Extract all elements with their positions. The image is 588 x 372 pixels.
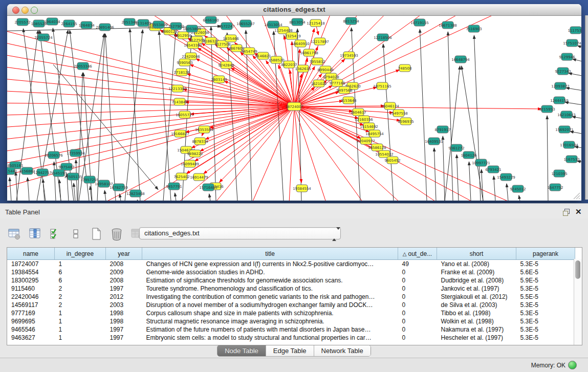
citation-edge-black[interactable] xyxy=(79,34,104,201)
selected-node[interactable]: 9777169 xyxy=(329,79,345,86)
row-options-icon[interactable] xyxy=(69,227,83,240)
table-cell[interactable]: 22420046 xyxy=(7,293,55,301)
network-node[interactable]: 9361272 xyxy=(448,144,464,151)
citation-edge-red[interactable] xyxy=(294,87,377,106)
select-columns-icon[interactable] xyxy=(28,227,42,240)
network-node[interactable]: 7516903 xyxy=(466,25,482,32)
table-row[interactable]: 1872400712008Changes of HCN gene express… xyxy=(7,260,575,269)
citation-edge-black[interactable] xyxy=(420,29,427,201)
table-cell[interactable]: 1 xyxy=(55,334,106,342)
table-cell[interactable]: Genome-wide association studies in ADHD. xyxy=(142,268,398,276)
table-cell[interactable]: 0 xyxy=(398,334,437,342)
network-node[interactable]: 6466160 xyxy=(203,16,219,24)
network-node[interactable]: 1964034 xyxy=(44,18,60,25)
table-cell[interactable]: 5.3E-5 xyxy=(516,285,575,293)
column-header-short[interactable]: short xyxy=(437,248,516,260)
table-settings-icon[interactable] xyxy=(7,227,21,240)
network-node[interactable]: 1131409 xyxy=(135,19,151,27)
table-row[interactable]: 969969511998Structural magnetic resonanc… xyxy=(7,317,575,325)
table-vertical-scrollbar[interactable] xyxy=(574,259,582,345)
table-cell[interactable]: 9699695 xyxy=(7,317,55,325)
table-cell[interactable]: 1997 xyxy=(106,285,142,293)
citation-edge-black[interactable] xyxy=(53,64,158,190)
table-cell[interactable]: 5.3E-5 xyxy=(516,317,575,325)
table-cell[interactable]: 6 xyxy=(55,276,106,285)
citation-edge-black[interactable] xyxy=(507,184,508,201)
network-canvas[interactable]: 7463822886012889129542222605891275051654… xyxy=(7,16,581,201)
column-header-out_de[interactable]: △out_de... xyxy=(398,248,437,260)
citation-edge-black[interactable] xyxy=(474,35,481,201)
citation-edge-black[interactable] xyxy=(125,30,143,201)
window-titlebar[interactable]: citations_edges.txt xyxy=(7,4,581,16)
citation-edge-black[interactable] xyxy=(120,194,121,201)
selected-node[interactable]: 9497568 xyxy=(336,86,352,94)
network-node[interactable]: 2264155 xyxy=(61,20,77,27)
network-node[interactable]: 1604126 xyxy=(461,151,477,159)
citation-edge-black[interactable] xyxy=(572,117,581,121)
table-cell[interactable]: 1 xyxy=(55,260,106,269)
selected-node[interactable]: 2803144 xyxy=(211,76,227,83)
selected-node[interactable]: 16046124 xyxy=(381,102,399,110)
table-row[interactable]: 1830029562008Estimation of significance … xyxy=(7,276,575,285)
table-cell[interactable]: Embryonic stem cells: a model to study s… xyxy=(142,334,398,342)
selected-node[interactable]: 1835466 xyxy=(223,35,239,42)
network-node[interactable]: 20891406 xyxy=(96,24,114,31)
network-node[interactable]: 1210395 xyxy=(551,170,567,177)
network-node[interactable]: 12093872 xyxy=(551,82,570,90)
table-cell[interactable]: Investigating the contribution of common… xyxy=(142,293,398,301)
table-cell[interactable]: Franke et al. (2009) xyxy=(437,268,516,276)
citation-edge-black[interactable] xyxy=(462,66,483,201)
table-cell[interactable]: 9777169 xyxy=(7,309,55,317)
table-cell[interactable]: Corpus callosum shape and size in male p… xyxy=(142,309,398,317)
citation-network-graph[interactable]: 7463822886012889129542222605891275051654… xyxy=(7,16,581,201)
citation-edge-black[interactable] xyxy=(448,32,453,201)
citation-edge-black[interactable] xyxy=(573,59,581,64)
selected-node[interactable]: 1621022 xyxy=(311,80,326,87)
selected-node[interactable]: 16914479 xyxy=(190,173,208,181)
table-cell[interactable]: 5.3E-5 xyxy=(516,301,575,309)
selected-node[interactable]: 16961758 xyxy=(300,49,318,56)
table-cell[interactable]: Yano et al. (2008) xyxy=(437,260,516,269)
table-cell[interactable]: 2008 xyxy=(106,260,142,269)
network-node[interactable]: 16409531 xyxy=(425,138,443,145)
network-view-window[interactable]: citations_edges.txt 74638228860128891295… xyxy=(7,4,581,201)
selected-node[interactable]: 19734593 xyxy=(340,52,358,59)
citation-edge-black[interactable] xyxy=(494,176,495,201)
column-header-name[interactable]: name xyxy=(7,248,55,260)
table-cell[interactable]: 1998 xyxy=(106,309,142,317)
citation-edge-black[interactable] xyxy=(519,195,520,201)
citation-edge-black[interactable] xyxy=(434,148,436,201)
table-cell[interactable]: 0 xyxy=(398,301,437,309)
table-cell[interactable]: 9115460 xyxy=(7,285,55,293)
citation-edge-red[interactable] xyxy=(248,106,294,201)
network-node[interactable]: 8791917 xyxy=(434,126,450,133)
network-node[interactable]: 1156862 xyxy=(19,167,35,174)
network-node[interactable]: 9245012 xyxy=(510,185,526,192)
table-cell[interactable]: 9465546 xyxy=(7,325,55,334)
table-cell[interactable]: 2008 xyxy=(106,276,142,285)
table-cell[interactable]: de Silva et al. (2003) xyxy=(437,301,516,309)
table-row[interactable]: 2242004622012Investigating the contribut… xyxy=(7,293,575,301)
selected-node[interactable]: 16055727 xyxy=(176,111,194,118)
table-cell[interactable]: Estimation of the future numbers of pati… xyxy=(142,325,398,334)
selected-node[interactable]: 1362615 xyxy=(295,65,311,72)
citation-edge-black[interactable] xyxy=(443,136,445,201)
table-cell[interactable]: 2009 xyxy=(106,268,142,276)
selected-node[interactable]: 2718126 xyxy=(173,69,190,76)
network-node[interactable]: 9227343 xyxy=(555,68,571,75)
selected-node[interactable]: 16099489 xyxy=(181,160,199,167)
table-cell[interactable]: 5.3E-5 xyxy=(516,334,575,342)
network-node[interactable]: 15751074 xyxy=(563,39,581,47)
network-node[interactable]: 1167533 xyxy=(563,156,579,163)
citation-edge-black[interactable] xyxy=(383,44,394,201)
selected-node[interactable]: 8990448 xyxy=(317,66,333,73)
citation-edge-black[interactable] xyxy=(104,190,106,201)
table-row[interactable]: 911546021997Tourette syndrome. Phenomeno… xyxy=(7,285,575,293)
selected-node[interactable]: 748508 xyxy=(398,64,412,72)
selected-node[interactable]: 16353594 xyxy=(195,126,213,133)
table-cell[interactable]: Structural magnetic resonance image aver… xyxy=(142,317,398,325)
table-cell[interactable]: 1 xyxy=(55,317,106,325)
network-node[interactable]: 8215953 xyxy=(539,105,555,113)
network-node[interactable]: 6793421 xyxy=(485,166,501,173)
table-cell[interactable]: Jankovic et al. (1997) xyxy=(437,285,516,293)
